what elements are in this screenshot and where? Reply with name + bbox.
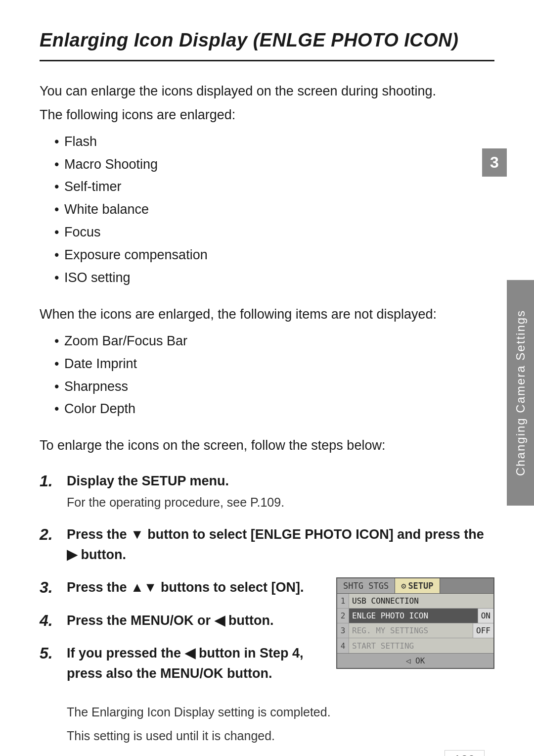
- step-2: 2. Press the ▼ button to select [ENLGE P…: [40, 524, 494, 565]
- step-3: 3. Press the ▲▼ buttons to select [ON].: [40, 577, 321, 598]
- not-displayed-item: Date Imprint: [54, 353, 494, 376]
- step-2-content: Press the ▼ button to select [ENLGE PHOT…: [67, 524, 494, 565]
- step-3-number: 3.: [40, 577, 67, 597]
- enlarged-icon-item: Focus: [54, 221, 494, 244]
- intro-line1: You can enlarge the icons displayed on t…: [40, 81, 494, 102]
- steps-container: 1. Display the SETUP menu. For the opera…: [40, 471, 494, 746]
- sidebar-tab: Changing Camera Settings: [507, 280, 534, 505]
- intro-line2: The following icons are enlarged:: [40, 105, 494, 126]
- steps-3-4-5-group: 3. Press the ▲▼ buttons to select [ON]. …: [40, 577, 494, 696]
- after-steps-text: The Enlarging Icon Display setting is co…: [67, 702, 494, 746]
- after-steps-line1: The Enlarging Icon Display setting is co…: [67, 702, 494, 722]
- enlarged-icon-item: Macro Shooting: [54, 153, 494, 176]
- step-4-content: Press the MENU/OK or ◀ button.: [67, 611, 321, 631]
- step-4-title: Press the MENU/OK or ◀ button.: [67, 611, 321, 631]
- screen-footer: ◁ OK: [337, 653, 493, 668]
- step-3-content: Press the ▲▼ buttons to select [ON].: [67, 577, 321, 598]
- enlarged-icon-item: ISO setting: [54, 267, 494, 289]
- enlarged-icons-list: FlashMacro ShootingSelf-timerWhite balan…: [54, 131, 494, 289]
- step-1-sub: For the operating procedure, see P.109.: [67, 493, 494, 512]
- screen-row: 2ENLGE PHOTO ICONON: [337, 609, 493, 623]
- screen-row-num: 3: [337, 623, 349, 638]
- step-5-content: If you pressed the ◀ button in Step 4, p…: [67, 643, 321, 683]
- enlarged-icon-item: White balance: [54, 198, 494, 221]
- page-title: Enlarging Icon Display (ENLGE PHOTO ICON…: [40, 30, 494, 61]
- screen-row-label: ENLGE PHOTO ICON: [349, 609, 478, 623]
- enlarged-icon-item: Flash: [54, 131, 494, 153]
- step-4: 4. Press the MENU/OK or ◀ button.: [40, 611, 321, 631]
- gear-icon: ⚙: [401, 581, 406, 591]
- step-2-number: 2.: [40, 524, 67, 544]
- screen-row-value: OFF: [473, 623, 493, 638]
- steps-intro: To enlarge the icons on the screen, foll…: [40, 435, 494, 456]
- screen-row-num: 1: [337, 594, 349, 608]
- not-displayed-list: Zoom Bar/Focus BarDate ImprintSharpnessC…: [54, 330, 494, 421]
- step-1-content: Display the SETUP menu. For the operatin…: [67, 471, 494, 512]
- screen-row-label: REG. MY SETTINGS: [349, 623, 473, 638]
- screen-header: SHTG STGS ⚙ SETUP: [337, 578, 493, 594]
- screen-row-value: ON: [478, 609, 493, 623]
- screen-row-num: 4: [337, 638, 349, 653]
- step-1-number: 1.: [40, 471, 67, 490]
- screen-row: 1USB CONNECTION: [337, 594, 493, 609]
- enlarged-icon-item: Exposure compensation: [54, 244, 494, 267]
- step-5-title: If you pressed the ◀ button in Step 4, p…: [67, 643, 321, 683]
- screen-row-label: START SETTING: [349, 638, 493, 653]
- screen-row: 4START SETTING: [337, 638, 493, 653]
- steps-left-col: 3. Press the ▲▼ buttons to select [ON]. …: [40, 577, 321, 696]
- page-container: Enlarging Icon Display (ENLGE PHOTO ICON…: [0, 0, 534, 756]
- setup-label: SETUP: [408, 581, 433, 591]
- step-1: 1. Display the SETUP menu. For the opera…: [40, 471, 494, 512]
- step-2-title: Press the ▼ button to select [ENLGE PHOT…: [67, 524, 494, 565]
- page-number: 129: [445, 750, 485, 756]
- step-3-title: Press the ▲▼ buttons to select [ON].: [67, 577, 321, 598]
- screen-tab-shtg: SHTG STGS: [337, 578, 395, 593]
- not-displayed-item: Sharpness: [54, 376, 494, 398]
- enlarged-icon-item: Self-timer: [54, 176, 494, 198]
- after-steps-line2: This setting is used until it is changed…: [67, 726, 494, 746]
- step-4-number: 4.: [40, 611, 67, 630]
- camera-screen: SHTG STGS ⚙ SETUP 1USB CONNECTION2ENLGE …: [336, 577, 494, 669]
- screen-row: 3REG. MY SETTINGSOFF: [337, 623, 493, 638]
- not-displayed-item: Zoom Bar/Focus Bar: [54, 330, 494, 353]
- screen-tab-setup: ⚙ SETUP: [395, 578, 440, 593]
- step-1-title: Display the SETUP menu.: [67, 471, 494, 491]
- step-5-number: 5.: [40, 643, 67, 662]
- screen-rows: 1USB CONNECTION2ENLGE PHOTO ICONON3REG. …: [337, 594, 493, 653]
- screen-row-num: 2: [337, 609, 349, 623]
- not-displayed-intro: When the icons are enlarged, the followi…: [40, 304, 494, 325]
- sidebar-number: 3: [482, 148, 507, 177]
- sidebar-label: Changing Camera Settings: [514, 309, 528, 475]
- screen-row-label: USB CONNECTION: [349, 594, 493, 608]
- not-displayed-item: Color Depth: [54, 398, 494, 421]
- step-5: 5. If you pressed the ◀ button in Step 4…: [40, 643, 321, 683]
